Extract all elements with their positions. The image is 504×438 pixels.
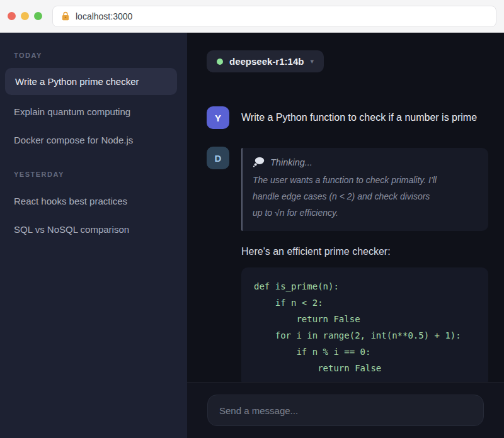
model-selector[interactable]: deepseek-r1:14b	[207, 50, 324, 72]
model-name: deepseek-r1:14b	[229, 56, 304, 67]
section-label-yesterday: YESTERDAY	[14, 171, 187, 178]
conversation-sidebar: TODAY Write a Python prime checker Expla…	[0, 33, 187, 438]
traffic-lights	[8, 12, 42, 20]
thinking-toggle[interactable]: Thinking...	[253, 157, 478, 167]
sidebar-item-label: React hooks best practices	[14, 196, 127, 206]
code-text: def is_prime(n): if n < 2: return False …	[254, 278, 476, 376]
composer-bar	[187, 382, 504, 438]
chevron-down-icon	[310, 58, 314, 65]
sidebar-item-label: Write a Python prime checker	[15, 76, 139, 87]
url-text: localhost:3000	[76, 11, 132, 21]
sidebar-item-label: Explain quantum computing	[14, 106, 130, 117]
assistant-message: D Thinking... The user wants a function …	[207, 147, 488, 382]
section-label-today: TODAY	[14, 52, 187, 59]
browser-chrome: localhost:3000	[0, 0, 504, 33]
user-message: Y Write a Python function to check if a …	[207, 106, 488, 129]
sidebar-item-label: SQL vs NoSQL comparison	[14, 224, 129, 235]
model-status-dot	[217, 59, 223, 65]
sidebar-item-quantum-computing[interactable]: Explain quantum computing	[0, 98, 187, 126]
sidebar-item-sql-nosql[interactable]: SQL vs NoSQL comparison	[0, 215, 187, 244]
thinking-panel: Thinking... The user wants a function to…	[241, 148, 488, 231]
minimize-window-button[interactable]	[21, 12, 29, 20]
user-avatar: Y	[207, 106, 229, 129]
chat-main: deepseek-r1:14b Y Write a Python functio…	[187, 33, 504, 438]
code-block: def is_prime(n): if n < 2: return False …	[241, 267, 488, 382]
assistant-intro-text: Here's an efficient prime checker:	[241, 246, 488, 257]
sidebar-item-docker-compose[interactable]: Docker compose for Node.js	[0, 126, 187, 154]
thinking-label: Thinking...	[270, 157, 312, 167]
message-input[interactable]	[207, 395, 484, 426]
user-message-text: Write a Python function to check if a nu…	[241, 106, 488, 126]
thought-bubble-icon	[253, 157, 265, 167]
sidebar-item-label: Docker compose for Node.js	[14, 135, 133, 145]
address-bar[interactable]: localhost:3000	[52, 6, 496, 27]
sidebar-item-react-hooks[interactable]: React hooks best practices	[0, 187, 187, 215]
sidebar-item-prime-checker[interactable]: Write a Python prime checker	[5, 68, 177, 95]
chat-scroll-area: deepseek-r1:14b Y Write a Python functio…	[187, 33, 504, 382]
lock-icon	[62, 11, 69, 21]
close-window-button[interactable]	[8, 12, 16, 20]
thinking-text: The user wants a function to check prima…	[253, 172, 478, 221]
assistant-avatar: D	[207, 147, 229, 169]
maximize-window-button[interactable]	[34, 12, 42, 20]
